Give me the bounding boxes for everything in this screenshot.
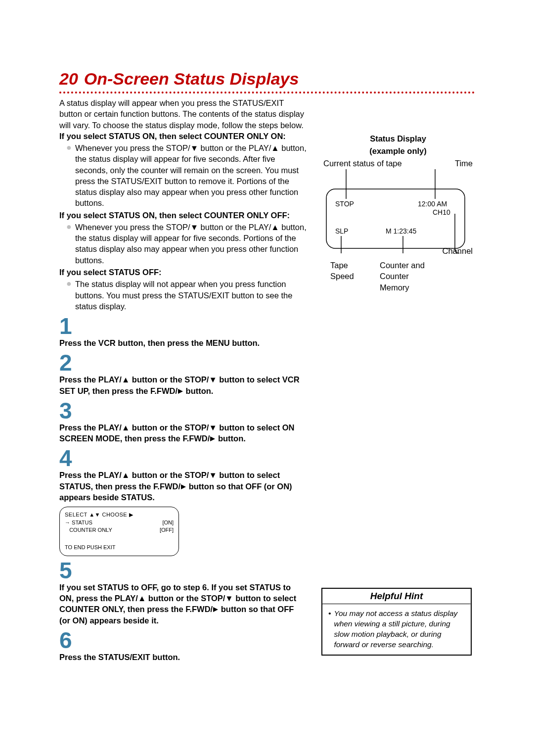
status-display-title-1: Status Display [321,134,475,143]
osd-row-2-left: COUNTER ONLY [65,526,112,534]
status-display-title-2: (example only) [321,146,475,156]
label-counter-memory: Counter and Counter Memory [380,260,434,293]
osd-value-stop: STOP [335,200,354,208]
svg-marker-3 [213,607,218,612]
osd-row-1-right: [ON] [162,519,174,526]
status-display-bottom-labels: Tape Speed Counter and Counter Memory [321,260,475,293]
step-number-5: 5 [59,559,307,582]
step-1-text: Press the VCR button, then press the MEN… [59,338,260,347]
bullet-icon: ● [66,142,75,209]
step-3-pre: Press the PLAY/▲ button or the STOP/▼ bu… [59,423,294,443]
helpful-hint-box: Helpful Hint • You may not access a stat… [321,588,472,656]
step-number-6: 6 [59,629,307,652]
svg-marker-2 [181,484,186,489]
step-number-2: 2 [59,351,307,374]
section-bullet-1-text: Whenever you press the STOP/▼ button or … [75,142,307,209]
section-bullet-2-text: Whenever you press the STOP/▼ button or … [75,222,307,266]
svg-rect-4 [326,189,465,248]
bullet-icon: ● [66,279,75,312]
left-column: A status display will appear when you pr… [59,97,307,663]
label-tape-speed: Tape Speed [330,260,370,293]
step-body-2: Press the PLAY/▲ button or the STOP/▼ bu… [59,374,307,396]
step-body-4: Press the PLAY/▲ button or the STOP/▼ bu… [59,470,307,503]
step-body-5: If you set STATUS to OFF, go to step 6. … [59,582,307,626]
step-body-1: Press the VCR button, then press the MEN… [59,337,307,348]
intro-text: A status display will appear when you pr… [59,97,307,131]
page-number: 20 [59,69,78,89]
status-display-top-labels: Current status of tape Time [321,159,475,168]
play-right-icon [180,484,186,490]
label-current-status: Current status of tape [323,159,402,168]
svg-marker-1 [210,436,215,441]
step-2-post: button. [183,386,213,395]
svg-marker-0 [178,389,183,394]
step-number-3: 3 [59,399,307,422]
osd-row-1-left: → STATUS [65,519,92,526]
osd-header: SELECT ▲▼ CHOOSE ▶ [65,511,174,519]
page-title: On-Screen Status Displays [84,69,299,89]
osd-value-counter: M 1:23:45 [386,227,416,235]
bullet-icon: ● [66,222,75,266]
osd-value-channel: CH10 [433,208,450,216]
play-right-icon [178,388,183,394]
osd-value-speed: SLP [335,227,348,235]
section-bullet-3-text: The status display will not appear when … [75,279,307,312]
page: 20 On-Screen Status Displays A status di… [0,0,534,756]
step-number-4: 4 [59,447,307,470]
hint-text: You may not access a status display when… [334,609,466,650]
label-time: Time [455,159,473,168]
step-6-post: . [178,653,180,662]
section-heading-3: If you select STATUS OFF: [59,267,307,278]
hint-bullet-icon: • [328,609,331,650]
play-right-icon [213,607,219,613]
helpful-hint-body: • You may not access a status display wh… [322,605,471,655]
section-bullet-3: ● The status display will not appear whe… [66,279,307,312]
status-display-diagram: STOP 12:00 AM CH10 SLP M 1:23:45 [321,169,470,255]
play-right-icon [210,436,216,442]
osd-footer: TO END PUSH EXIT [65,544,174,551]
osd-row-2: COUNTER ONLY [OFF] [65,526,174,534]
columns: A status display will appear when you pr… [59,97,475,663]
section-heading-1: If you select STATUS ON, then select COU… [59,131,307,142]
step-6-pre: Press the STATUS/EXIT button [59,653,178,662]
section-heading-2: If you select STATUS ON, then select COU… [59,210,307,221]
step-3-post: button. [216,434,245,443]
step-number-1: 1 [59,315,307,337]
title-divider [59,92,475,94]
step-body-6: Press the STATUS/EXIT button. [59,652,307,662]
page-title-row: 20 On-Screen Status Displays [59,69,475,89]
helpful-hint-title: Helpful Hint [322,589,471,604]
osd-value-time: 12:00 AM [418,200,447,208]
osd-row-1: → STATUS [ON] [65,519,174,526]
osd-box: SELECT ▲▼ CHOOSE ▶ → STATUS [ON] COUNTER… [59,507,179,556]
step-body-3: Press the PLAY/▲ button or the STOP/▼ bu… [59,422,307,444]
osd-row-2-right: [OFF] [160,526,174,534]
right-column: Status Display (example only) Current st… [321,97,475,663]
section-bullet-1: ● Whenever you press the STOP/▼ button o… [66,142,307,209]
section-bullet-2: ● Whenever you press the STOP/▼ button o… [66,222,307,266]
